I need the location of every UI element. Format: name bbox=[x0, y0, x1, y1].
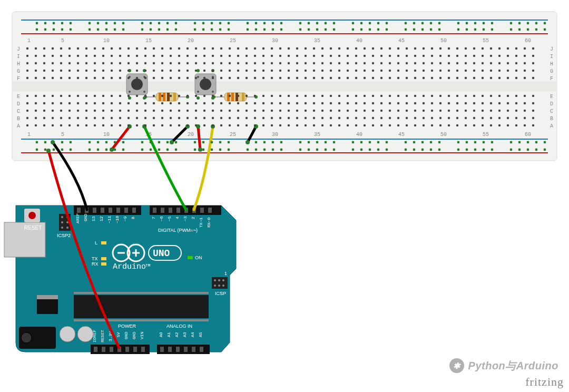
svg-point-984 bbox=[211, 149, 213, 151]
svg-point-493 bbox=[262, 102, 264, 104]
svg-point-875 bbox=[114, 28, 116, 31]
svg-point-91 bbox=[21, 332, 32, 343]
svg-point-810 bbox=[532, 70, 534, 72]
svg-point-594 bbox=[347, 110, 349, 112]
svg-rect-144 bbox=[161, 208, 164, 213]
svg-text:5V: 5V bbox=[116, 332, 121, 337]
svg-text:~11: ~11 bbox=[107, 215, 112, 223]
svg-point-306 bbox=[102, 124, 104, 126]
svg-point-843 bbox=[308, 22, 310, 25]
svg-point-939 bbox=[263, 141, 266, 144]
reset-label: RESET bbox=[24, 225, 42, 231]
svg-point-900 bbox=[377, 28, 380, 31]
svg-point-534 bbox=[296, 110, 298, 112]
svg-point-360 bbox=[153, 70, 155, 72]
svg-point-879 bbox=[158, 28, 161, 31]
svg-point-775 bbox=[498, 117, 501, 119]
svg-text:TM: TM bbox=[145, 263, 151, 268]
svg-point-771 bbox=[498, 77, 501, 79]
svg-point-918 bbox=[44, 141, 47, 144]
svg-point-975 bbox=[114, 149, 116, 151]
svg-point-840 bbox=[272, 22, 274, 25]
svg-point-755 bbox=[482, 117, 484, 119]
svg-point-219 bbox=[35, 62, 37, 64]
svg-point-644 bbox=[389, 110, 391, 112]
svg-point-1000 bbox=[377, 149, 380, 151]
svg-point-848 bbox=[360, 22, 363, 25]
svg-point-804 bbox=[524, 110, 526, 112]
svg-point-233 bbox=[43, 102, 45, 104]
svg-point-970 bbox=[61, 149, 64, 151]
svg-point-774 bbox=[498, 110, 501, 112]
svg-point-246 bbox=[52, 124, 54, 126]
svg-point-808 bbox=[532, 55, 534, 57]
svg-point-272 bbox=[77, 95, 79, 97]
svg-point-234 bbox=[43, 110, 45, 112]
svg-point-479 bbox=[254, 62, 256, 64]
svg-point-482 bbox=[254, 95, 256, 97]
svg-point-849 bbox=[369, 22, 371, 25]
svg-point-1005 bbox=[430, 149, 433, 151]
svg-point-735 bbox=[465, 117, 467, 119]
svg-point-265 bbox=[68, 117, 71, 119]
svg-text:IOREF: IOREF bbox=[92, 330, 97, 342]
svg-point-226 bbox=[35, 124, 37, 126]
svg-point-328 bbox=[127, 55, 130, 57]
svg-point-824 bbox=[105, 22, 108, 25]
svg-point-436 bbox=[212, 124, 214, 126]
svg-point-782 bbox=[507, 95, 509, 97]
svg-point-468 bbox=[246, 55, 248, 57]
svg-point-888 bbox=[255, 28, 258, 31]
svg-text:I: I bbox=[17, 54, 20, 60]
svg-point-515 bbox=[279, 117, 281, 119]
svg-point-505 bbox=[271, 117, 273, 119]
svg-point-260 bbox=[68, 70, 71, 72]
svg-point-654 bbox=[397, 110, 399, 112]
svg-point-491 bbox=[262, 77, 264, 79]
svg-point-447 bbox=[229, 47, 231, 50]
svg-point-707 bbox=[448, 47, 450, 50]
svg-text:2: 2 bbox=[191, 217, 195, 219]
svg-point-709 bbox=[448, 62, 450, 64]
svg-point-724 bbox=[456, 110, 458, 112]
svg-point-467 bbox=[246, 47, 248, 50]
svg-point-816 bbox=[532, 124, 534, 126]
svg-point-799 bbox=[524, 62, 526, 64]
svg-point-871 bbox=[70, 28, 72, 31]
svg-point-1002 bbox=[405, 149, 407, 151]
svg-point-305 bbox=[102, 117, 104, 119]
svg-point-231 bbox=[43, 77, 45, 79]
svg-point-217 bbox=[35, 47, 37, 50]
svg-point-547 bbox=[313, 47, 315, 50]
svg-point-398 bbox=[187, 55, 189, 57]
svg-rect-117 bbox=[212, 277, 228, 289]
svg-point-487 bbox=[262, 47, 264, 50]
svg-point-381 bbox=[170, 77, 172, 79]
svg-point-737 bbox=[473, 47, 475, 50]
svg-point-522 bbox=[288, 95, 290, 97]
svg-point-891 bbox=[280, 28, 283, 31]
svg-point-792 bbox=[515, 95, 517, 97]
svg-point-269 bbox=[77, 62, 79, 64]
svg-point-991 bbox=[280, 149, 283, 151]
svg-point-303 bbox=[102, 102, 104, 104]
svg-point-726 bbox=[456, 124, 458, 126]
svg-point-705 bbox=[439, 117, 442, 119]
svg-text:4: 4 bbox=[175, 217, 180, 219]
svg-point-923 bbox=[97, 141, 100, 144]
svg-point-526 bbox=[288, 124, 290, 126]
svg-point-653 bbox=[397, 102, 399, 104]
svg-point-343 bbox=[136, 102, 138, 104]
svg-point-729 bbox=[465, 62, 467, 64]
svg-point-392 bbox=[178, 95, 180, 97]
svg-point-877 bbox=[141, 28, 144, 31]
svg-point-746 bbox=[473, 124, 475, 126]
svg-text:B: B bbox=[550, 116, 553, 122]
svg-point-895 bbox=[325, 28, 327, 31]
svg-point-290 bbox=[94, 70, 96, 72]
svg-point-681 bbox=[423, 77, 425, 79]
watermark-text: Python与Arduino bbox=[468, 359, 558, 373]
svg-point-406 bbox=[187, 124, 189, 126]
svg-point-1001 bbox=[386, 149, 388, 151]
svg-point-744 bbox=[473, 110, 475, 112]
